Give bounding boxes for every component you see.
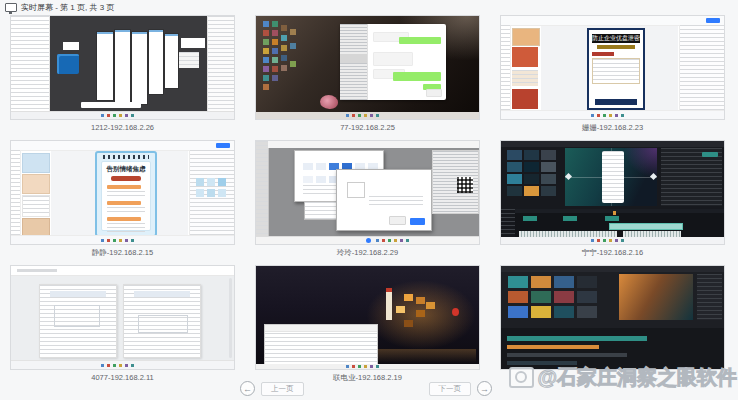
monitor-cell-8[interactable]: 联电业-192.168.2.19 (255, 265, 480, 382)
t2-bubble-left (373, 52, 413, 66)
t4-template-card (22, 195, 50, 217)
t5-template-chips (303, 163, 313, 170)
t2-bubble-green (393, 72, 441, 81)
t6-handle-left (565, 173, 572, 180)
t9-teal-track (507, 336, 647, 341)
t3-props-panel (679, 25, 724, 111)
t4-props-panel (189, 150, 234, 236)
t4-text-lines (107, 207, 145, 215)
t3-poster-body (592, 58, 640, 84)
t3-taskbar-icons (591, 114, 594, 117)
t7-table-header (134, 291, 190, 297)
t5-qr-code (457, 177, 473, 193)
monitor-cell-5[interactable]: 玲玲-192.168.2.29 (255, 140, 480, 257)
t3-template-card (512, 70, 538, 86)
monitor-cell-7[interactable]: 4077-192.168.2.11 (10, 265, 235, 382)
t1-blue-logo (57, 54, 79, 74)
t9-gray-track (507, 353, 627, 357)
t3-taskbar (501, 110, 724, 119)
t4-text-lines (107, 223, 145, 233)
t6-preview (565, 148, 657, 206)
next-page-group: 下一页 → (429, 381, 493, 396)
screen-thumbnail-9[interactable] (500, 265, 725, 370)
t6-media-library (507, 150, 522, 160)
monitor-cell-6[interactable]: 宁宁-192.168.2.16 (500, 140, 725, 257)
prev-page-button[interactable]: 上一页 (261, 382, 304, 396)
t7-table-header (50, 291, 106, 297)
t1-doc-strip (97, 32, 113, 100)
screen-thumbnail-5[interactable] (255, 140, 480, 245)
t6-taskbar-icons (591, 239, 594, 242)
t6-menubar (501, 141, 724, 147)
monitor-cell-4[interactable]: 告别情绪焦虑 静静-192.168.2.15 (10, 140, 235, 257)
t1-doc-strip (115, 30, 130, 106)
screen-thumbnail-2[interactable] (255, 15, 480, 120)
t2-chat-selected (340, 54, 367, 63)
t4-tool-rail (11, 150, 21, 236)
titlebar: 实时屏幕 - 第 1 页, 共 3 页 (5, 2, 114, 13)
t6-taskbar (501, 237, 724, 244)
t4-section-bar (107, 185, 141, 189)
t3-poster: 防止企业优盘泄密 (587, 28, 645, 110)
t4-swatch-grid (196, 178, 204, 186)
t4-spiral-binding (103, 155, 149, 159)
screen-thumbnail-7[interactable] (10, 265, 235, 370)
monitor-label: 宁宁-192.168.2.16 (500, 248, 725, 257)
t1-taskbar-icons (101, 114, 104, 117)
t4-text-lines (107, 191, 145, 199)
t3-tool-rail (501, 25, 511, 111)
t7-page-2 (123, 284, 201, 358)
t1-toolbar (81, 102, 141, 108)
t9-orange-track (507, 345, 599, 349)
monitor-cell-9[interactable] (500, 265, 725, 382)
t7-taskbar (11, 360, 234, 369)
monitor-label: 4077-192.168.2.11 (10, 373, 235, 382)
t6-teal-clips (523, 216, 537, 221)
t5-window-titlebar (268, 141, 479, 148)
t9-media-library (508, 276, 528, 288)
t6-teal-button (702, 152, 718, 157)
next-page-button[interactable]: 下一页 (429, 382, 472, 396)
t9-menubar (501, 266, 724, 272)
t1-doc-strip (149, 30, 163, 94)
t5-taskbar-icons (376, 239, 379, 242)
t4-template-card (22, 174, 50, 194)
next-page-arrow-icon[interactable]: → (477, 381, 492, 396)
t8-red-lantern (452, 308, 459, 316)
t8-warm-glow (366, 280, 476, 350)
screen-thumbnail-6[interactable] (500, 140, 725, 245)
t2-wechat-window (340, 24, 446, 100)
t3-template-card (512, 28, 540, 46)
t7-table-box (54, 305, 100, 327)
t5-main-dialog (336, 169, 432, 231)
monitor-cell-3[interactable]: 防止企业优盘泄密 姗姗-192.168.2.23 (500, 15, 725, 132)
t1-card (63, 42, 79, 50)
t8-taskbar (256, 364, 479, 369)
monitor-cell-2[interactable]: 77-192.168.2.25 (255, 15, 480, 132)
t2-pink-object (320, 95, 338, 109)
t5-cancel-button (389, 216, 406, 225)
t7-scrollbar (229, 278, 232, 358)
t4-section-bar (107, 201, 141, 205)
t2-taskbar (256, 112, 479, 119)
t9-gray-track (507, 361, 577, 365)
t4-poster-title: 告别情绪焦虑 (102, 165, 150, 174)
t2-bubble-green (399, 37, 441, 44)
t4-template-card (22, 153, 50, 173)
t2-desktop-icons (263, 21, 269, 27)
t5-left-column (256, 141, 269, 237)
t4-taskbar (11, 235, 234, 244)
t3-poster-gold-band (597, 45, 635, 49)
screen-thumbnail-4[interactable]: 告别情绪焦虑 (10, 140, 235, 245)
prev-page-arrow-icon[interactable]: ← (240, 381, 255, 396)
t2-send-button (426, 89, 442, 97)
t1-taskbar (11, 111, 234, 119)
screen-thumbnail-8[interactable] (255, 265, 480, 370)
screen-thumbnail-3[interactable]: 防止企业优盘泄密 (500, 15, 725, 120)
monitor-label: 玲玲-192.168.2.29 (255, 248, 480, 257)
monitor-label: 77-192.168.2.25 (255, 123, 480, 132)
screen-thumbnail-1[interactable] (10, 15, 235, 120)
t7-toolbar-tabs (17, 269, 57, 272)
t4-section-bar (107, 217, 141, 221)
monitor-cell-1[interactable]: 1212-192.168.2.26 (10, 15, 235, 132)
